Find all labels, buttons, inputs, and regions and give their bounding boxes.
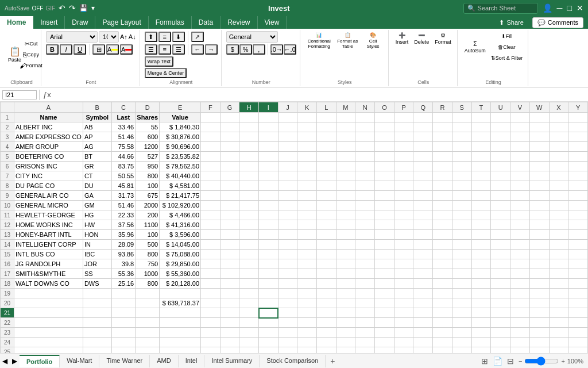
cell-P24[interactable] — [394, 338, 413, 347]
cell-B5[interactable]: BT — [83, 152, 111, 162]
cell-K2[interactable] — [297, 122, 317, 132]
row-header-6[interactable]: 6 — [1, 162, 14, 171]
cell-D23[interactable] — [136, 328, 160, 338]
cell-Q2[interactable] — [413, 122, 433, 132]
cell-C8[interactable]: 45.81 — [111, 181, 136, 191]
cell-O12[interactable] — [375, 220, 394, 230]
cell-T18[interactable] — [471, 279, 491, 289]
cell-M18[interactable] — [336, 279, 355, 289]
cell-N10[interactable] — [355, 201, 375, 210]
cell-S4[interactable] — [452, 142, 471, 152]
cell-B16[interactable]: JOR — [83, 259, 111, 269]
comments-button[interactable]: 💬 Comments — [532, 17, 583, 28]
cell-D20[interactable] — [136, 298, 160, 308]
cell-X3[interactable] — [549, 132, 568, 142]
cell-C3[interactable]: 51.46 — [111, 132, 136, 142]
cell-R2[interactable] — [433, 122, 452, 132]
cell-S14[interactable] — [452, 240, 471, 250]
cell-O18[interactable] — [375, 279, 394, 289]
decrease-font-icon[interactable]: A↓ — [129, 33, 136, 40]
cell-L4[interactable] — [316, 142, 336, 152]
cell-C13[interactable]: 35.96 — [111, 230, 136, 240]
sheet-tab-stock-comparison[interactable]: Stock Comparison — [260, 355, 326, 367]
cell-H23[interactable] — [239, 328, 259, 338]
cell-X24[interactable] — [549, 338, 568, 347]
cell-G13[interactable] — [220, 230, 239, 240]
cell-X13[interactable] — [549, 230, 568, 240]
cell-O5[interactable] — [375, 152, 394, 162]
cell-Q11[interactable] — [413, 210, 433, 220]
cell-K20[interactable] — [297, 298, 317, 308]
formula-input[interactable] — [55, 91, 586, 99]
cell-O3[interactable] — [375, 132, 394, 142]
cell-M6[interactable] — [336, 162, 355, 171]
cell-V21[interactable] — [510, 308, 529, 318]
col-H[interactable]: H — [239, 102, 259, 113]
cell-M24[interactable] — [336, 338, 355, 347]
cell-A20[interactable] — [14, 298, 83, 308]
cell-S9[interactable] — [452, 191, 471, 201]
cell-K8[interactable] — [297, 181, 317, 191]
function-icon[interactable]: ƒx — [42, 90, 52, 99]
cell-R23[interactable] — [433, 328, 452, 338]
row-header-9[interactable]: 9 — [1, 191, 14, 201]
cell-U20[interactable] — [491, 298, 510, 308]
cell-R8[interactable] — [433, 181, 452, 191]
cell-B23[interactable] — [83, 328, 111, 338]
cell-O21[interactable] — [375, 308, 394, 318]
col-L[interactable]: L — [316, 102, 336, 113]
cell-Y16[interactable] — [568, 259, 588, 269]
cell-A1[interactable]: Name — [14, 113, 83, 122]
cell-W18[interactable] — [529, 279, 549, 289]
cell-N6[interactable] — [355, 162, 375, 171]
cell-Y1[interactable] — [568, 113, 588, 122]
cell-A7[interactable]: CITY INC — [14, 171, 83, 181]
cell-M3[interactable] — [336, 132, 355, 142]
cell-D19[interactable] — [136, 289, 160, 298]
cell-L10[interactable] — [316, 201, 336, 210]
cell-K19[interactable] — [297, 289, 317, 298]
cell-M14[interactable] — [336, 240, 355, 250]
cell-I19[interactable] — [259, 289, 278, 298]
autosave-toggle[interactable]: OFF — [32, 5, 43, 12]
cell-Y13[interactable] — [568, 230, 588, 240]
cell-P13[interactable] — [394, 230, 413, 240]
sheet-tab-intel-summary[interactable]: Intel Summary — [204, 355, 260, 367]
cell-A11[interactable]: HEWLETT-GEORGE — [14, 210, 83, 220]
cell-B21[interactable] — [83, 308, 111, 318]
cell-V11[interactable] — [510, 210, 529, 220]
cell-F24[interactable] — [201, 338, 220, 347]
cell-R21[interactable] — [433, 308, 452, 318]
cell-E10[interactable]: $ 102,920.00 — [160, 201, 201, 210]
cell-B2[interactable]: AB — [83, 122, 111, 132]
cell-I3[interactable] — [259, 132, 278, 142]
cell-J19[interactable] — [278, 289, 297, 298]
cell-E12[interactable]: $ 41,316.00 — [160, 220, 201, 230]
cell-X10[interactable] — [549, 201, 568, 210]
page-break-icon[interactable]: ⊟ — [507, 356, 514, 366]
cell-Y10[interactable] — [568, 201, 588, 210]
cell-W1[interactable] — [529, 113, 549, 122]
cell-J10[interactable] — [278, 201, 297, 210]
cell-O14[interactable] — [375, 240, 394, 250]
nav-prev-icon[interactable]: ◀ — [0, 357, 10, 365]
cell-N17[interactable] — [355, 269, 375, 279]
cell-U9[interactable] — [491, 191, 510, 201]
cell-Q12[interactable] — [413, 220, 433, 230]
cell-U8[interactable] — [491, 181, 510, 191]
cell-O22[interactable] — [375, 318, 394, 328]
cell-P20[interactable] — [394, 298, 413, 308]
cell-F14[interactable] — [201, 240, 220, 250]
cell-L7[interactable] — [316, 171, 336, 181]
cell-G23[interactable] — [220, 328, 239, 338]
cell-U6[interactable] — [491, 162, 510, 171]
cell-T12[interactable] — [471, 220, 491, 230]
cell-F3[interactable] — [201, 132, 220, 142]
cell-E19[interactable] — [160, 289, 201, 298]
cell-T8[interactable] — [471, 181, 491, 191]
cell-S22[interactable] — [452, 318, 471, 328]
col-X[interactable]: X — [549, 102, 568, 113]
cell-P9[interactable] — [394, 191, 413, 201]
col-C[interactable]: C — [111, 102, 136, 113]
cell-O6[interactable] — [375, 162, 394, 171]
